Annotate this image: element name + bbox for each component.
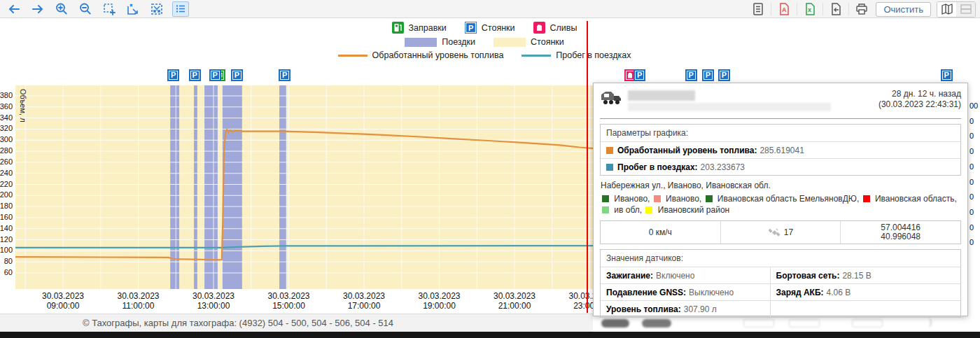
zoom-fit-icon[interactable]	[148, 1, 165, 17]
back-icon[interactable]	[6, 1, 22, 17]
y-tick-label: 220	[0, 180, 13, 188]
graph-params-title: Параметры графика:	[601, 125, 960, 141]
y-tick-label: 320	[0, 124, 13, 132]
legend-row-markers: Заправки P Стоянки Сливы	[386, 22, 584, 34]
legend-refuels[interactable]: Заправки	[392, 22, 447, 34]
zoom-reset-icon[interactable]	[125, 1, 141, 17]
sensors-box: Значения датчиков: Зажигание:ВключеноБор…	[600, 249, 961, 318]
param-label: Обработанный уровень топлива:	[617, 146, 757, 155]
zoom-out-icon[interactable]	[77, 1, 94, 17]
time-cursor-line[interactable]	[587, 21, 588, 313]
legend-mileage-line[interactable]: Пробег в поездках	[522, 50, 631, 60]
legend-list-toggle-icon[interactable]	[172, 1, 189, 17]
print-icon[interactable]	[853, 1, 870, 17]
y-axis-title: Объем, л	[19, 89, 27, 122]
y-tick-label: 260	[0, 157, 13, 166]
timestamp-label: (30.03.2023 22:43:31)	[878, 99, 961, 110]
legend-row-lines: Обработанный уровень топлива Пробег в по…	[332, 50, 638, 60]
geofence-item: ив обл,	[601, 205, 644, 215]
legend-stops-band[interactable]: Стоянки	[493, 37, 564, 47]
parking-marker[interactable]: P	[232, 71, 241, 80]
x-tick-label: 30.03.202311:00:00	[105, 291, 172, 311]
y-tick-label: 160	[0, 213, 13, 221]
right-axis-tick-fragment: 0	[969, 223, 974, 232]
drain-marker[interactable]	[626, 71, 635, 80]
y-tick-label: 340	[0, 113, 13, 122]
legend-label: Пробег в поездках	[556, 50, 631, 60]
fuel-station-icon	[392, 22, 404, 34]
parking-marker[interactable]: P	[169, 71, 178, 80]
legend-label: Обработанный уровень топлива	[372, 50, 504, 60]
trip-band	[223, 85, 242, 289]
parking-marker[interactable]: P	[704, 71, 713, 80]
report-icon[interactable]	[750, 1, 766, 17]
sensor-cell: Бортовая сеть:28.15 В	[770, 267, 960, 283]
right-axis-tick-fragment: 0	[969, 192, 974, 201]
right-axis-tick-fragment: 0	[969, 238, 974, 246]
sensor-cell	[770, 300, 960, 317]
sensor-cell: Заряд АКБ:4.06 В	[770, 283, 960, 300]
sensor-cell: Зажигание:Включено	[601, 267, 770, 283]
vehicle-tooltip-panel: 28 дн. 12 ч. назад (30.03.2023 22:43:31)…	[593, 83, 968, 316]
svg-text:P: P	[468, 24, 473, 32]
geofence-swatch	[602, 206, 609, 213]
right-axis-tick-fragment: 0	[969, 147, 974, 155]
parking-marker[interactable]: P	[190, 71, 200, 80]
zoom-area-select-icon[interactable]	[101, 1, 118, 17]
legend-trips[interactable]: Поездки	[405, 37, 475, 47]
parking-marker[interactable]: P	[942, 71, 951, 80]
pdf-export-icon[interactable]: A	[776, 1, 792, 17]
parking-marker[interactable]: P	[687, 71, 696, 80]
geofence-swatch	[602, 195, 609, 202]
legend-drains[interactable]: Сливы	[533, 22, 578, 34]
satellites-cell: 17	[720, 221, 841, 244]
legend-row-bands: Поездки Стоянки	[398, 37, 570, 47]
param-label: Пробег в поездках:	[617, 162, 698, 172]
y-tick-label: 180	[0, 202, 13, 210]
file-import-icon[interactable]	[827, 1, 844, 17]
forward-icon[interactable]	[29, 1, 46, 17]
mileage-line-swatch	[522, 55, 551, 57]
chart-legend: Заправки P Стоянки Сливы Поездки Стоянки	[274, 22, 694, 60]
tooltip-time: 28 дн. 12 ч. назад (30.03.2023 22:43:31)	[878, 89, 961, 110]
map-view-icon[interactable]	[937, 2, 956, 17]
geofence-list: Иваново, Иваново, Ивановская область Еме…	[601, 193, 960, 216]
legend-parkings[interactable]: P Стоянки	[465, 22, 515, 34]
zoom-in-icon[interactable]	[53, 1, 70, 17]
stops-band-swatch	[493, 38, 526, 47]
satellites-value: 17	[784, 228, 793, 237]
truck-icon	[600, 89, 622, 106]
sensor-cell: Подавление GNSS:Выключено	[601, 283, 770, 300]
parking-marker[interactable]: P	[635, 71, 644, 80]
geofence-item: Иваново,	[652, 194, 704, 204]
y-tick-label: 140	[0, 224, 13, 232]
blurred-control	[789, 319, 820, 328]
y-tick-label: 280	[0, 146, 13, 155]
svg-text:A: A	[782, 6, 787, 13]
x-tick-label: 30.03.202313:00:00	[180, 291, 247, 311]
view-switcher	[937, 1, 976, 17]
x-tick-label: 30.03.202319:00:00	[406, 291, 473, 311]
trip-band	[279, 85, 286, 289]
right-axis-tick-fragment: 0	[969, 178, 974, 186]
geofence-swatch	[645, 206, 652, 213]
param-value: 203.233673	[701, 162, 745, 172]
blurred-control	[601, 319, 629, 328]
legend-fuel-line[interactable]: Обработанный уровень топлива	[338, 50, 504, 60]
header-divider	[600, 118, 961, 119]
right-axis-tick-fragment: 00	[969, 101, 978, 110]
geofence-item: Ивановская область,	[862, 194, 957, 204]
parking-marker[interactable]: P	[280, 71, 289, 80]
y-tick-label: 380	[0, 91, 13, 99]
sensors-title: Значения датчиков:	[601, 250, 960, 267]
excel-export-icon[interactable]: x	[802, 1, 818, 17]
split-view-icon[interactable]	[956, 2, 975, 17]
y-tick-label: 240	[0, 169, 13, 177]
y-tick-label: 80	[0, 257, 13, 265]
y-tick-label: 300	[0, 135, 13, 143]
parking-marker[interactable]: P	[211, 71, 220, 80]
parking-marker[interactable]: P	[720, 71, 729, 80]
trips-band-swatch	[405, 38, 437, 47]
os-taskbar	[0, 332, 980, 338]
clear-button[interactable]: Очистить	[876, 2, 931, 17]
